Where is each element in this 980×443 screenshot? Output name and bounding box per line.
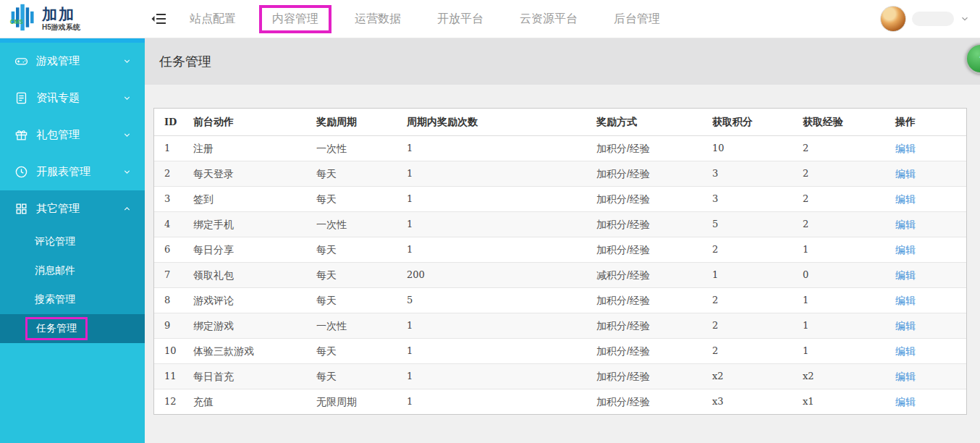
cell-action: 每日分享 (187, 237, 311, 263)
column-header: 前台动作 (187, 109, 311, 136)
column-header: 获取经验 (797, 109, 890, 136)
cell-points: 3 (706, 187, 797, 212)
cell-cycle: 每天 (311, 364, 401, 389)
chevron-up-icon (122, 204, 132, 214)
sidebar-subitem-active[interactable]: 任务管理 (0, 314, 145, 343)
cell-exp: 1 (797, 237, 890, 263)
sidebar-item-label: 礼包管理 (36, 128, 122, 142)
top-nav: 站点配置内容管理运营数据开放平台云资源平台后台管理 (190, 5, 696, 33)
clock-icon (14, 165, 28, 179)
cell-cycle: 一次性 (311, 212, 401, 237)
table-row: 12充值无限周期1加积分/经验x3x1编辑 (154, 389, 966, 415)
cell-id: 12 (154, 389, 187, 415)
cell-points: 1 (706, 263, 797, 288)
cell-cycle: 一次性 (311, 136, 401, 161)
table-row: 10体验三款游戏每天1加积分/经验21编辑 (154, 339, 966, 364)
cell-id: 1 (154, 136, 187, 161)
sidebar-item[interactable]: 开服表管理 (0, 153, 145, 190)
table-row: 9绑定游戏一次性1加积分/经验21编辑 (154, 313, 966, 339)
cell-actions: 编辑 (890, 237, 966, 263)
table-header-row: ID前台动作奖励周期周期内奖励次数奖励方式获取积分获取经验操作 (154, 109, 966, 136)
cell-cycle: 每天 (311, 288, 401, 313)
cell-action: 体验三款游戏 (187, 339, 311, 364)
gamepad-icon (14, 54, 28, 68)
cell-cycle: 每天 (311, 237, 401, 263)
cell-times: 1 (401, 212, 591, 237)
table-row: 6每日分享每天1加积分/经验21编辑 (154, 237, 966, 263)
sidebar-subitem[interactable]: 搜索管理 (0, 285, 145, 314)
edit-link[interactable]: 编辑 (895, 193, 916, 205)
cell-actions: 编辑 (890, 263, 966, 288)
svg-text:CMS: CMS (10, 19, 24, 25)
cell-exp: 2 (797, 187, 890, 212)
sidebar-item-label: 开服表管理 (36, 165, 122, 179)
table-row: 1注册一次性1加积分/经验102编辑 (154, 136, 966, 161)
edit-link[interactable]: 编辑 (895, 219, 916, 230)
edit-link[interactable]: 编辑 (895, 320, 916, 332)
cell-actions: 编辑 (890, 389, 966, 415)
sidebar-item-label: 其它管理 (36, 202, 122, 216)
topnav-item-0[interactable]: 站点配置 (190, 6, 236, 33)
cell-points: 2 (706, 288, 797, 313)
table-panel: ID前台动作奖励周期周期内奖励次数奖励方式获取积分获取经验操作 1注册一次性1加… (153, 108, 967, 415)
cell-id: 9 (154, 313, 187, 339)
sidebar-item[interactable]: 礼包管理 (0, 117, 145, 153)
cell-exp: x1 (797, 389, 890, 415)
chevron-down-icon (122, 93, 132, 103)
column-header: 操作 (890, 109, 966, 136)
sidebar-item-label: 游戏管理 (36, 54, 122, 68)
sidebar-subitem[interactable]: 消息邮件 (0, 256, 145, 285)
cell-exp: 0 (797, 263, 890, 288)
app-logo: CMS 加加 H5游戏系统 (0, 2, 145, 35)
cell-exp: 2 (797, 136, 890, 161)
topnav-item-4[interactable]: 云资源平台 (520, 6, 578, 33)
column-header: ID (154, 109, 187, 136)
user-menu[interactable] (880, 6, 980, 32)
cell-actions: 编辑 (890, 339, 966, 364)
cell-exp: 1 (797, 339, 890, 364)
cell-times: 1 (401, 187, 591, 212)
edit-link[interactable]: 编辑 (895, 269, 916, 281)
cell-action: 每日首充 (187, 364, 311, 389)
cell-id: 6 (154, 237, 187, 263)
cell-actions: 编辑 (890, 187, 966, 212)
sidebar-item[interactable]: 其它管理 (0, 190, 145, 227)
cell-mode: 加积分/经验 (591, 364, 706, 389)
topnav-item-2[interactable]: 运营数据 (355, 6, 401, 33)
chevron-down-icon (122, 167, 132, 177)
edit-link[interactable]: 编辑 (895, 396, 916, 408)
cell-points: 2 (706, 339, 797, 364)
chevron-down-icon (122, 130, 132, 140)
top-header: CMS 加加 H5游戏系统 站点配置内容管理运营数据开放平台云资源平台后台管理 (0, 0, 980, 38)
chevron-down-icon (122, 56, 132, 66)
topnav-item-5[interactable]: 后台管理 (614, 6, 660, 33)
topnav-item-3[interactable]: 开放平台 (437, 6, 483, 33)
edit-link[interactable]: 编辑 (895, 371, 916, 382)
document-icon (14, 91, 28, 105)
cell-id: 7 (154, 263, 187, 288)
cell-mode: 加积分/经验 (591, 212, 706, 237)
cell-times: 1 (401, 136, 591, 161)
edit-link[interactable]: 编辑 (895, 168, 916, 180)
edit-link[interactable]: 编辑 (895, 345, 916, 357)
cell-actions: 编辑 (890, 364, 966, 389)
cell-cycle: 每天 (311, 263, 401, 288)
avatar[interactable] (880, 6, 906, 32)
edit-link[interactable]: 编辑 (895, 244, 916, 256)
content-area: ID前台动作奖励周期周期内奖励次数奖励方式获取积分获取经验操作 1注册一次性1加… (145, 85, 980, 443)
table-row: 7领取礼包每天200减积分/经验10编辑 (154, 263, 966, 288)
cell-points: x2 (706, 364, 797, 389)
sidebar-toggle-icon[interactable] (151, 12, 166, 25)
sidebar-subitem-label: 评论管理 (35, 235, 75, 248)
edit-link[interactable]: 编辑 (895, 295, 916, 306)
sidebar-item[interactable]: 资讯专题 (0, 80, 145, 117)
cell-times: 1 (401, 389, 591, 415)
cell-exp: 2 (797, 161, 890, 187)
edit-link[interactable]: 编辑 (895, 143, 916, 154)
topnav-item-1[interactable]: 内容管理 (259, 5, 331, 33)
sidebar-subitem[interactable]: 评论管理 (0, 227, 145, 256)
table-row: 3签到每天1加积分/经验32编辑 (154, 187, 966, 212)
cell-actions: 编辑 (890, 313, 966, 339)
sidebar-item[interactable]: 游戏管理 (0, 43, 145, 80)
cell-actions: 编辑 (890, 136, 966, 161)
